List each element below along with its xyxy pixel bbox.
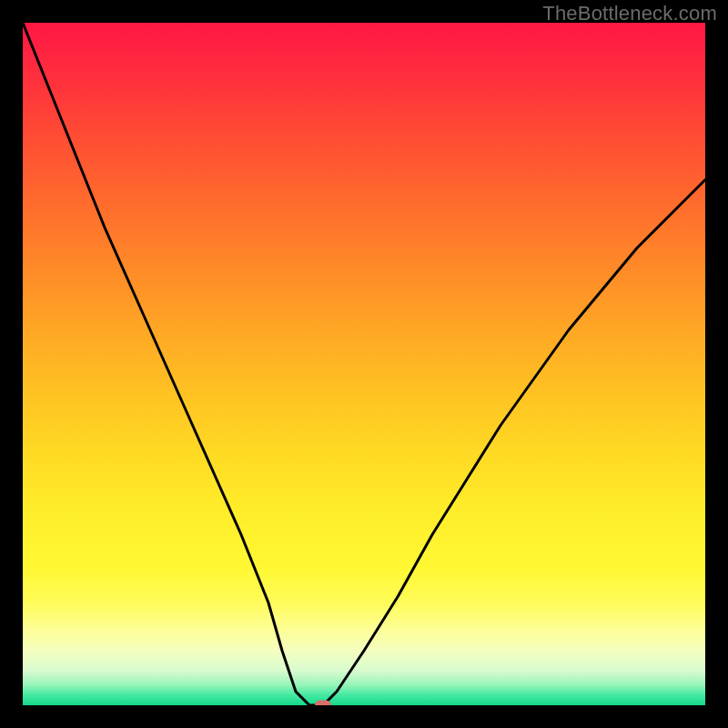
plot-area [23,23,705,705]
chart-frame: TheBottleneck.com [0,0,728,728]
watermark-text: TheBottleneck.com [542,2,717,25]
optimal-marker-icon [315,701,331,706]
bottleneck-curve [23,23,705,705]
